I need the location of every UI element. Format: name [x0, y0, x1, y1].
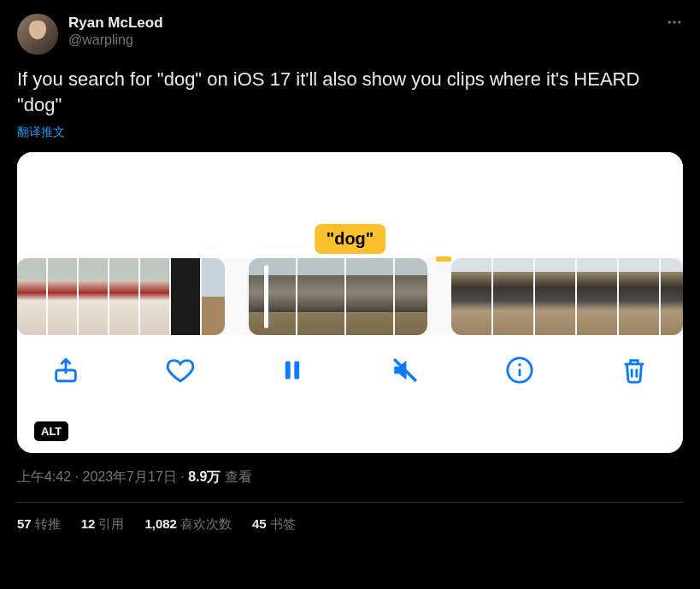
- trash-icon: [620, 356, 649, 385]
- svg-point-9: [518, 363, 521, 366]
- search-keyword-tag: "dog": [315, 224, 386, 254]
- timeline-frame: [109, 258, 138, 335]
- timeline-frame: [493, 258, 533, 335]
- timeline-frame: [395, 258, 427, 335]
- retweets-stat[interactable]: 57转推: [17, 516, 61, 533]
- likes-count: 1,082: [144, 516, 177, 531]
- heart-icon: [166, 356, 195, 385]
- views-count: 8.9万: [188, 469, 221, 484]
- speaker-muted-icon: [391, 356, 420, 385]
- timeline-frame: [17, 258, 46, 335]
- retweets-count: 57: [17, 516, 32, 531]
- alt-badge[interactable]: ALT: [34, 421, 68, 441]
- quotes-label: 引用: [98, 516, 124, 531]
- tweet-text: If you search for "dog" on iOS 17 it'll …: [17, 67, 683, 117]
- likes-label: 喜欢次数: [180, 516, 232, 531]
- timeline-frame: [619, 258, 659, 335]
- media-attachment[interactable]: "dog": [17, 152, 683, 453]
- timeline-gap: [427, 258, 451, 335]
- svg-rect-4: [285, 362, 291, 380]
- info-icon: [505, 356, 534, 385]
- views-label: 查看: [225, 469, 252, 484]
- bookmarks-count: 45: [252, 516, 267, 531]
- more-options-button[interactable]: [666, 14, 683, 35]
- display-name: Ryan McLeod: [68, 14, 163, 32]
- tweet-container: Ryan McLeod @warpling If you search for …: [0, 0, 700, 546]
- share-icon: [51, 356, 80, 385]
- author-names[interactable]: Ryan McLeod @warpling: [68, 14, 163, 49]
- bookmarks-stat[interactable]: 45书签: [252, 516, 296, 533]
- timeline-frame: [661, 258, 683, 335]
- tweet-date[interactable]: 2023年7月17日: [82, 469, 176, 484]
- tweet-time[interactable]: 上午4:42: [17, 469, 71, 484]
- like-button[interactable]: [166, 356, 195, 385]
- svg-point-2: [678, 21, 680, 23]
- media-toolbar: [17, 335, 683, 402]
- clip-group-2[interactable]: [249, 258, 427, 335]
- timeline-frame: [171, 258, 200, 335]
- svg-rect-5: [295, 362, 300, 380]
- video-timeline[interactable]: [17, 258, 683, 335]
- timeline-frame: [297, 258, 344, 335]
- timeline-frame: [48, 258, 77, 335]
- share-button[interactable]: [51, 356, 80, 385]
- quotes-stat[interactable]: 12引用: [81, 516, 125, 533]
- tweet-meta: 上午4:42 · 2023年7月17日 · 8.9万 查看: [17, 468, 683, 486]
- svg-point-0: [668, 21, 671, 23]
- timeline-frame: [249, 258, 296, 335]
- ellipsis-icon: [666, 14, 683, 31]
- divider: [17, 502, 683, 503]
- tweet-header: Ryan McLeod @warpling: [17, 14, 683, 55]
- mute-button[interactable]: [391, 356, 420, 385]
- timeline-frame: [535, 258, 575, 335]
- retweets-label: 转推: [35, 516, 61, 531]
- translate-link[interactable]: 翻译推文: [17, 125, 65, 140]
- media-whitespace: "dog": [17, 152, 683, 258]
- bookmarks-label: 书签: [270, 516, 296, 531]
- delete-button[interactable]: [620, 356, 649, 385]
- timeline-frame: [202, 258, 225, 335]
- timeline-frame: [451, 258, 491, 335]
- timeline-frame: [346, 258, 393, 335]
- timeline-frame: [140, 258, 169, 335]
- timeline-keyword-marker: [436, 256, 451, 262]
- handle: @warpling: [68, 32, 163, 49]
- timeline-gap: [225, 258, 249, 335]
- timeline-frame: [79, 258, 108, 335]
- info-button[interactable]: [505, 356, 534, 385]
- clip-group-3[interactable]: [451, 258, 683, 335]
- svg-point-1: [673, 21, 675, 23]
- quotes-count: 12: [81, 516, 96, 531]
- timeline-frame: [577, 258, 617, 335]
- pause-icon: [280, 356, 304, 384]
- pause-button[interactable]: [280, 356, 304, 384]
- likes-stat[interactable]: 1,082喜欢次数: [144, 516, 232, 533]
- tweet-stats: 57转推 12引用 1,082喜欢次数 45书签: [17, 516, 683, 533]
- avatar[interactable]: [17, 14, 58, 55]
- clip-group-1[interactable]: [17, 258, 225, 335]
